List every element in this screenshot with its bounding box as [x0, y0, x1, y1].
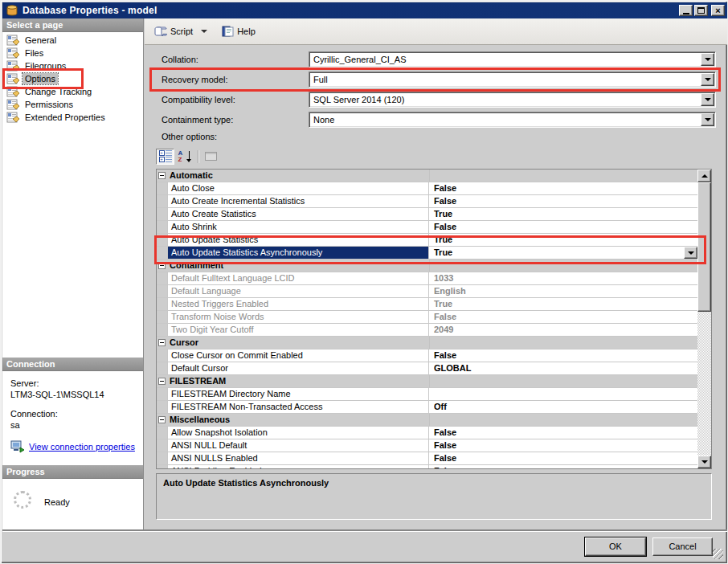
database-properties-dialog: Database Properties - model × Select a p… — [0, 0, 728, 564]
grid-row-auto-update-statistics-asynchronously[interactable]: Auto Update Statistics AsynchronouslyTru… — [157, 247, 697, 260]
property-label: ANSI Padding Enabled — [168, 465, 429, 469]
maximize-button[interactable] — [694, 5, 708, 16]
category-label: Cursor — [157, 337, 430, 349]
sidebar-item-files[interactable]: Files — [2, 47, 143, 59]
sidebar-item-extended-properties[interactable]: Extended Properties — [2, 111, 143, 124]
toolbar-separator — [198, 150, 198, 163]
collapse-icon[interactable] — [158, 378, 166, 385]
dropdown-button[interactable] — [701, 73, 714, 86]
collapse-icon[interactable] — [158, 416, 166, 423]
grid-row-default-language[interactable]: Default LanguageEnglish — [157, 285, 697, 298]
script-button[interactable]: Script — [151, 24, 196, 39]
row-gutter — [157, 234, 168, 246]
property-pages-icon — [205, 152, 217, 161]
property-value: True — [429, 234, 697, 246]
sidebar-item-permissions[interactable]: Permissions — [2, 98, 143, 111]
property-value: False — [429, 182, 697, 194]
collapse-icon[interactable] — [158, 262, 166, 269]
options-property-grid: AutomaticAuto CloseFalseAuto Create Incr… — [156, 169, 712, 469]
grid-row-ansi-nulls-enabled[interactable]: ANSI NULLS EnabledFalse — [157, 452, 697, 465]
grid-category-automatic[interactable]: Automatic — [157, 170, 697, 182]
page-icon — [6, 112, 19, 123]
sidebar-item-general[interactable]: General — [2, 34, 143, 47]
compatibility-level-dropdown[interactable]: SQL Server 2014 (120) — [309, 92, 716, 108]
alphabetical-sort-button[interactable]: A Z — [174, 149, 193, 165]
scrollbar-thumb[interactable] — [697, 182, 711, 312]
grid-row-close-cursor-on-commit-enabled[interactable]: Close Cursor on Commit EnabledFalse — [157, 349, 697, 362]
other-options-label: Other options: — [162, 132, 217, 141]
connection-value: sa — [10, 419, 143, 431]
grid-row-ansi-null-default[interactable]: ANSI NULL DefaultFalse — [157, 439, 697, 452]
page-icon — [6, 47, 19, 59]
minimize-button[interactable] — [679, 5, 693, 16]
property-value: GLOBAL — [429, 362, 697, 374]
sidebar-item-filegroups[interactable]: Filegroups — [2, 59, 143, 72]
grid-row-default-cursor[interactable]: Default CursorGLOBAL — [157, 362, 697, 375]
grid-row-auto-create-statistics[interactable]: Auto Create StatisticsTrue — [157, 208, 697, 221]
property-label: Default Fulltext Language LCID — [168, 272, 429, 284]
sidebar-item-change-tracking[interactable]: Change Tracking — [2, 85, 143, 98]
collation-dropdown[interactable]: Cyrillic_General_CI_AS — [309, 51, 716, 67]
grid-row-auto-create-incremental-statistics[interactable]: Auto Create Incremental StatisticsFalse — [157, 195, 697, 208]
recovery-model-dropdown[interactable]: Full — [309, 72, 716, 88]
grid-row-filestream-non-transacted-access[interactable]: FILESTREAM Non-Transacted AccessOff — [157, 401, 697, 414]
grid-category-miscellaneous[interactable]: Miscellaneous — [157, 414, 697, 427]
vertical-scrollbar[interactable] — [697, 170, 711, 468]
row-gutter — [157, 324, 168, 336]
row-gutter — [157, 452, 168, 464]
row-gutter — [157, 272, 168, 284]
grid-row-auto-close[interactable]: Auto CloseFalse — [157, 182, 697, 195]
row-gutter — [157, 349, 168, 362]
property-value: Off — [429, 401, 697, 413]
property-label: Nested Triggers Enabled — [168, 298, 429, 310]
property-label: Auto Close — [168, 182, 429, 194]
row-gutter — [157, 465, 168, 469]
containment-type-dropdown[interactable]: None — [309, 112, 716, 128]
property-value: False — [429, 427, 697, 439]
row-gutter — [157, 311, 168, 323]
grid-row-allow-snapshot-isolation[interactable]: Allow Snapshot IsolationFalse — [157, 427, 697, 439]
grid-row-nested-triggers-enabled[interactable]: Nested Triggers EnabledTrue — [157, 298, 697, 311]
grid-category-cursor[interactable]: Cursor — [157, 337, 697, 349]
grid-category-containment[interactable]: Containment — [157, 260, 697, 272]
view-connection-properties-link[interactable]: View connection properties — [29, 442, 135, 452]
close-button[interactable]: × — [711, 5, 725, 16]
property-value: False — [429, 195, 697, 207]
row-gutter — [157, 362, 168, 374]
grid-row-ansi-padding-enabled[interactable]: ANSI Padding EnabledFalse — [157, 465, 697, 469]
grid-row-default-fulltext-language-lcid[interactable]: Default Fulltext Language LCID1033 — [157, 272, 697, 285]
property-value: False — [429, 221, 697, 233]
property-label: ANSI NULLS Enabled — [168, 452, 429, 464]
property-label: Default Cursor — [168, 362, 429, 374]
value-dropdown-button[interactable] — [684, 247, 697, 259]
script-dropdown-button[interactable] — [196, 28, 211, 35]
dropdown-button[interactable] — [701, 93, 714, 106]
property-label: Auto Update Statistics Asynchronously — [168, 247, 429, 259]
grid-row-auto-shrink[interactable]: Auto ShrinkFalse — [157, 221, 697, 234]
scroll-up-button[interactable] — [697, 170, 711, 182]
grid-row-auto-update-statistics[interactable]: Auto Update StatisticsTrue — [157, 234, 697, 247]
grid-row-transform-noise-words[interactable]: Transform Noise WordsFalse — [157, 311, 697, 324]
scroll-down-button[interactable] — [697, 456, 711, 468]
resize-grip[interactable] — [713, 549, 723, 559]
grid-category-filestream[interactable]: FILESTREAM — [157, 375, 697, 388]
collapse-icon[interactable] — [158, 339, 166, 346]
grid-row-filestream-directory-name[interactable]: FILESTREAM Directory Name — [157, 388, 697, 401]
help-label: Help — [237, 27, 256, 36]
arrow-down-icon — [705, 98, 711, 101]
ok-button[interactable]: OK — [585, 537, 646, 556]
arrow-up-icon — [701, 174, 708, 178]
database-icon — [6, 5, 18, 16]
help-button[interactable]: Help — [219, 24, 259, 39]
grid-row-two-digit-year-cutoff[interactable]: Two Digit Year Cutoff2049 — [157, 324, 697, 337]
category-label: Containment — [157, 260, 430, 272]
property-label: Auto Create Statistics — [168, 208, 429, 220]
categorized-view-button[interactable]: ++ — [156, 149, 174, 165]
help-icon — [222, 26, 234, 37]
select-a-page-header: Select a page — [2, 18, 143, 32]
collapse-icon[interactable] — [158, 172, 166, 179]
sidebar-item-options[interactable]: Options — [2, 72, 143, 85]
dropdown-button[interactable] — [701, 113, 714, 126]
dropdown-button[interactable] — [701, 53, 714, 66]
cancel-button[interactable]: Cancel — [652, 537, 713, 556]
